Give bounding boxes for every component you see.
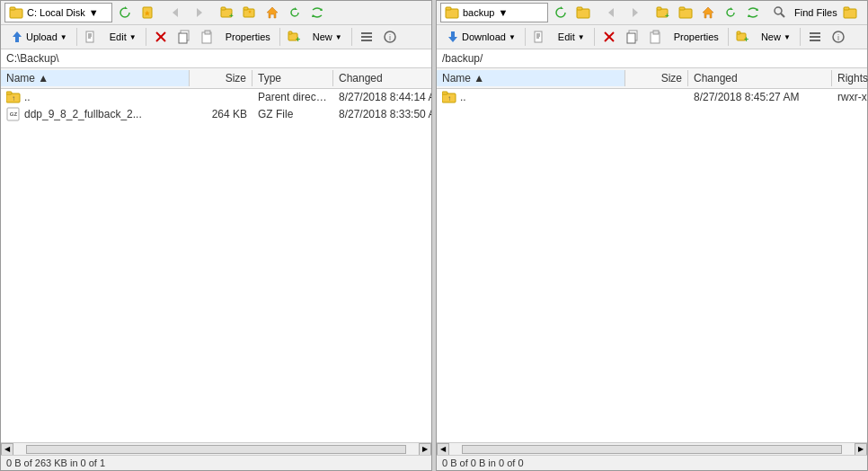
right-newfolder2-btn[interactable]: + xyxy=(732,27,754,47)
right-col-name[interactable]: Name ▲ xyxy=(437,70,625,86)
svg-rect-29 xyxy=(288,31,292,34)
left-scrollbar[interactable]: ◀ ▶ xyxy=(1,442,431,455)
left-file-list[interactable]: ↑ .. Parent directory 8/27/2018 8:44:14 … xyxy=(1,89,431,442)
left-newfolder-btn[interactable]: + xyxy=(217,3,238,22)
svg-text:i: i xyxy=(837,33,839,42)
right-file-list[interactable]: ↑ .. 8/27/2018 8:45:27 AM rwxr-xr-x 0 xyxy=(437,89,867,442)
svg-rect-60 xyxy=(844,7,849,10)
left-edit-btn[interactable]: Edit ▼ xyxy=(104,29,142,45)
svg-text:↑: ↑ xyxy=(12,94,15,102)
left-toolbar-top: C: Local Disk ▼ xyxy=(1,1,431,25)
right-delete-btn[interactable] xyxy=(598,27,620,47)
right-col-size[interactable]: Size xyxy=(625,70,688,86)
left-new-btn[interactable]: New ▼ xyxy=(307,29,348,45)
left-upload-btn[interactable]: Upload ▼ xyxy=(4,27,73,47)
left-sync-btn[interactable] xyxy=(306,3,328,22)
right-sep2 xyxy=(594,28,595,46)
left-info-btn[interactable]: i xyxy=(379,27,401,47)
left-nav-group xyxy=(114,3,158,22)
left-col-type[interactable]: Type xyxy=(252,70,333,86)
left-copy-btn[interactable] xyxy=(173,27,195,47)
left-location-dropdown[interactable]: C: Local Disk ▼ xyxy=(4,3,112,22)
right-favorites-btn[interactable] xyxy=(675,3,696,22)
app-container: C: Local Disk ▼ xyxy=(0,0,868,471)
right-location-label: backup xyxy=(463,7,494,18)
right-info-btn[interactable]: i xyxy=(828,27,849,47)
left-bookmark-btn[interactable] xyxy=(137,3,158,22)
left-edit-icon-btn[interactable] xyxy=(81,27,102,47)
gz-file-icon: GZ xyxy=(6,107,21,121)
right-bookmark-btn[interactable] xyxy=(572,3,594,22)
left-newfolder2-btn[interactable]: + xyxy=(284,27,306,47)
left-favorites-btn[interactable] xyxy=(239,3,261,22)
svg-rect-27 xyxy=(205,31,210,34)
svg-line-58 xyxy=(781,13,784,17)
right-cell-size-0 xyxy=(625,96,688,98)
right-forward-btn[interactable] xyxy=(624,3,647,22)
left-paste-btn[interactable] xyxy=(197,27,218,47)
right-toolbar-actions: Download ▼ Edit ▼ xyxy=(437,25,867,49)
right-column-header: Name ▲ Size Changed Rights Own xyxy=(437,68,867,89)
right-new-btn[interactable]: New ▼ xyxy=(756,29,796,45)
right-path-bar: /backup/ xyxy=(437,49,867,68)
right-edit-icon-btn[interactable] xyxy=(529,27,551,47)
right-sync-btn[interactable] xyxy=(742,3,764,22)
right-newfolder-btn[interactable]: + xyxy=(652,3,674,22)
right-download-btn[interactable]: Download ▼ xyxy=(440,27,521,47)
right-find-files-btn[interactable] xyxy=(769,3,791,22)
left-status-bar: 0 B of 263 KB in 0 of 1 xyxy=(1,455,431,470)
right-scrollbar[interactable]: ◀ ▶ xyxy=(437,442,867,455)
right-col-changed[interactable]: Changed xyxy=(688,70,832,86)
right-sep3 xyxy=(728,28,729,46)
right-queue-btn[interactable] xyxy=(804,27,826,47)
left-history-group xyxy=(164,3,211,22)
left-delete-btn[interactable] xyxy=(150,27,172,47)
left-cell-name-0: ↑ .. xyxy=(1,90,190,104)
right-scrollbar-track[interactable] xyxy=(462,445,842,454)
left-row-1[interactable]: GZ ddp_9_8_2_fullback_2... 264 KB GZ Fil… xyxy=(1,105,431,123)
left-back-btn[interactable] xyxy=(164,3,187,22)
left-forward-btn[interactable] xyxy=(188,3,211,22)
left-home-btn[interactable] xyxy=(261,3,283,22)
right-paste-btn[interactable] xyxy=(645,27,667,47)
right-panel: backup ▼ xyxy=(436,0,868,471)
left-properties-btn[interactable]: Properties xyxy=(220,29,276,45)
left-refresh2-btn[interactable] xyxy=(284,3,306,22)
svg-rect-62 xyxy=(535,31,542,42)
left-scroll-left[interactable]: ◀ xyxy=(1,443,13,456)
right-back-btn[interactable] xyxy=(599,3,623,22)
right-refresh2-btn[interactable] xyxy=(720,3,741,22)
right-location-dropdown[interactable]: backup ▼ xyxy=(440,3,548,22)
right-copy-btn[interactable] xyxy=(622,27,643,47)
right-refresh-btn[interactable] xyxy=(550,3,571,22)
right-scroll-left[interactable]: ◀ xyxy=(437,443,449,456)
folder-up-icon: ↑ xyxy=(6,91,21,103)
right-sep4 xyxy=(800,28,801,46)
left-col-name[interactable]: Name ▲ xyxy=(1,70,190,86)
left-refresh-btn[interactable] xyxy=(114,3,136,22)
svg-text:+: + xyxy=(744,35,748,44)
svg-rect-18 xyxy=(86,31,93,42)
svg-marker-61 xyxy=(448,31,457,42)
right-location-arrow: ▼ xyxy=(498,7,508,18)
svg-text:↑: ↑ xyxy=(447,94,451,102)
right-edit-btn[interactable]: Edit ▼ xyxy=(553,29,590,45)
right-home-btn[interactable] xyxy=(697,3,719,22)
right-col-rights[interactable]: Rights xyxy=(832,70,868,86)
left-scroll-right[interactable]: ▶ xyxy=(419,443,431,456)
svg-rect-75 xyxy=(810,32,820,34)
right-extra-btn[interactable] xyxy=(839,3,861,22)
left-row-0[interactable]: ↑ .. Parent directory 8/27/2018 8:44:14 … xyxy=(1,89,431,105)
left-col-size[interactable]: Size xyxy=(190,70,252,86)
right-row-0[interactable]: ↑ .. 8/27/2018 8:45:27 AM rwxr-xr-x 0 xyxy=(437,89,867,105)
svg-rect-69 xyxy=(627,33,635,43)
svg-rect-73 xyxy=(737,31,740,34)
svg-rect-33 xyxy=(361,40,372,41)
left-cell-size-0 xyxy=(190,96,252,98)
left-scrollbar-track[interactable] xyxy=(26,445,406,454)
right-properties-btn[interactable]: Properties xyxy=(669,29,724,45)
left-queue-btn[interactable] xyxy=(356,27,377,47)
svg-text:+: + xyxy=(665,12,669,20)
right-scroll-right[interactable]: ▶ xyxy=(855,443,867,456)
svg-rect-71 xyxy=(653,31,659,34)
